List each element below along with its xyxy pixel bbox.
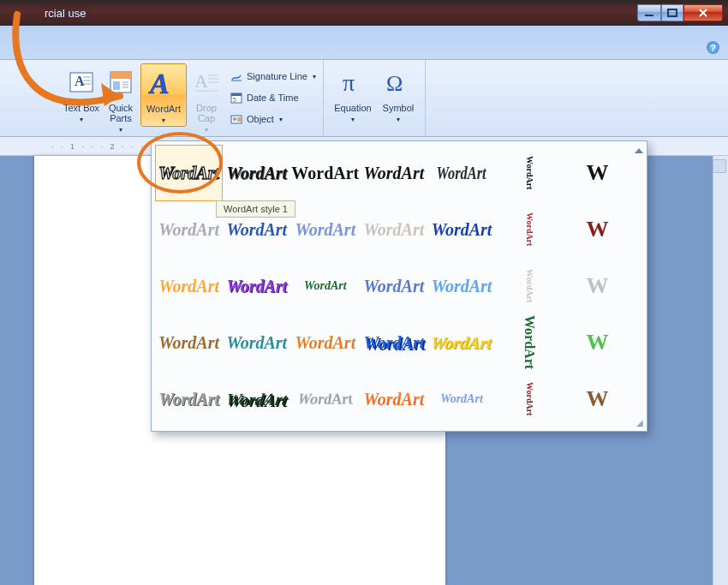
wordart-style-3[interactable]: WordArt xyxy=(290,145,360,201)
help-icon[interactable]: ? xyxy=(707,41,719,54)
gallery-resize-handle[interactable]: ◢ xyxy=(636,418,643,427)
quick-parts-icon xyxy=(104,65,138,99)
svg-point-24 xyxy=(233,117,236,121)
date-time-icon: 5 xyxy=(230,92,243,104)
svg-text:A: A xyxy=(194,70,208,92)
date-time-label: Date & Time xyxy=(247,93,299,103)
drop-cap-button[interactable]: A Drop Cap▾ xyxy=(187,63,226,135)
ribbon-text-small-items: Signature Line ▾ 5 Date & Time Object ▾ xyxy=(226,63,318,128)
dropdown-caret: ▾ xyxy=(313,73,316,81)
equation-icon: π xyxy=(336,65,370,99)
wordart-style-21[interactable]: W xyxy=(564,258,631,314)
wordart-style-19[interactable]: WordArt xyxy=(427,258,495,314)
svg-rect-1 xyxy=(668,9,677,16)
svg-text:5: 5 xyxy=(233,97,236,103)
svg-rect-8 xyxy=(110,72,131,79)
wordart-style-20[interactable]: WordArt xyxy=(496,258,564,314)
svg-text:A: A xyxy=(148,68,170,99)
svg-rect-0 xyxy=(645,15,653,16)
wordart-style-11[interactable]: WordArt xyxy=(360,201,427,258)
dropdown-caret: ▾ xyxy=(205,126,208,134)
wordart-style-30[interactable]: WordArt xyxy=(218,371,295,427)
signature-line-button[interactable]: Signature Line ▾ xyxy=(230,67,316,86)
wordart-style-25[interactable]: WordArt xyxy=(360,314,427,371)
text-box-label: Text Box xyxy=(63,103,99,113)
wordart-gallery-grid: WordArt WordArt WordArt WordArt WordArt … xyxy=(155,145,643,427)
object-icon xyxy=(230,113,243,125)
wordart-style-24[interactable]: WordArt xyxy=(290,314,360,371)
window-titlebar: rcial use xyxy=(0,0,728,26)
minimize-button[interactable] xyxy=(637,4,661,21)
wordart-gallery: WordArt WordArt WordArt WordArt WordArt … xyxy=(151,140,647,432)
wordart-style-26[interactable]: WordArt xyxy=(424,314,499,371)
ruler-toggle-button[interactable] xyxy=(713,159,726,173)
wordart-style-13[interactable]: WordArt xyxy=(496,201,564,258)
wordart-style-16[interactable]: WordArt xyxy=(223,258,290,314)
close-button[interactable] xyxy=(683,4,723,21)
wordart-style-34[interactable]: WordArt xyxy=(496,371,564,427)
signature-line-label: Signature Line xyxy=(247,71,307,81)
window-title: rcial use xyxy=(43,7,637,20)
object-button[interactable]: Object ▾ xyxy=(230,110,316,128)
wordart-style-14[interactable]: W xyxy=(564,201,631,258)
wordart-style-31[interactable]: WordArt xyxy=(283,377,368,432)
svg-rect-21 xyxy=(231,93,242,96)
svg-text:Ω: Ω xyxy=(386,71,403,96)
wordart-style-1[interactable]: WordArt xyxy=(155,145,223,201)
wordart-style-33[interactable]: WordArt xyxy=(427,371,495,427)
text-box-icon: A xyxy=(64,65,98,99)
gallery-scrollbar[interactable] xyxy=(633,145,645,414)
signature-icon xyxy=(230,70,243,82)
drop-cap-icon: A xyxy=(189,65,224,99)
wordart-style-6[interactable]: WordArt xyxy=(496,145,564,201)
dropdown-caret: ▾ xyxy=(351,116,355,123)
wordart-style-5[interactable]: WordArt xyxy=(434,145,490,201)
scroll-up-icon xyxy=(635,148,643,153)
symbol-icon: Ω xyxy=(381,65,415,99)
wordart-style-15[interactable]: WordArt xyxy=(155,258,223,314)
wordart-style-10[interactable]: WordArt xyxy=(290,201,360,258)
symbol-label: Symbol xyxy=(383,103,415,113)
equation-label: Equation xyxy=(334,103,371,113)
wordart-icon: A xyxy=(146,66,181,100)
wordart-style-29[interactable]: WordArt xyxy=(155,371,223,427)
wordart-button[interactable]: A WordArt▾ xyxy=(140,63,187,127)
quick-parts-label: Quick Parts xyxy=(109,103,133,123)
svg-rect-9 xyxy=(113,81,120,90)
wordart-label: WordArt xyxy=(146,104,181,114)
ribbon: A Text Box▾ Quick Parts▾ A WordArt▾ A Dr… xyxy=(0,60,728,137)
date-time-button[interactable]: 5 Date & Time xyxy=(230,88,316,107)
wordart-style-4[interactable]: WordArt xyxy=(360,145,427,201)
ribbon-group-text: A Text Box▾ Quick Parts▾ A WordArt▾ A Dr… xyxy=(57,60,324,136)
ribbon-group-symbols: π Equation▾ Ω Symbol▾ xyxy=(324,60,426,136)
wordart-style-8[interactable]: WordArt xyxy=(155,201,223,258)
dropdown-caret: ▾ xyxy=(80,116,83,123)
vertical-scrollbar[interactable] xyxy=(713,156,728,585)
wordart-style-32[interactable]: WordArt xyxy=(360,371,427,427)
wordart-style-27[interactable]: WordArt xyxy=(496,314,564,371)
drop-cap-label: Drop Cap xyxy=(196,103,217,123)
svg-text:π: π xyxy=(343,69,355,96)
dropdown-caret: ▾ xyxy=(279,116,283,123)
object-label: Object xyxy=(247,114,274,124)
wordart-style-tooltip: WordArt style 1 xyxy=(216,200,295,218)
wordart-style-28[interactable]: W xyxy=(564,314,631,371)
wordart-style-23[interactable]: WordArt xyxy=(223,314,290,371)
ribbon-header: ? xyxy=(0,26,728,60)
svg-rect-25 xyxy=(237,117,241,122)
quick-parts-button[interactable]: Quick Parts▾ xyxy=(101,63,140,135)
window-controls xyxy=(637,4,723,21)
dropdown-caret: ▾ xyxy=(119,126,122,134)
maximize-button[interactable] xyxy=(661,4,683,21)
equation-button[interactable]: π Equation▾ xyxy=(329,63,377,125)
text-box-button[interactable]: A Text Box▾ xyxy=(62,63,101,125)
dropdown-caret: ▾ xyxy=(162,116,165,124)
wordart-style-22[interactable]: WordArt xyxy=(155,314,223,371)
wordart-style-35[interactable]: W xyxy=(564,371,631,427)
symbol-button[interactable]: Ω Symbol▾ xyxy=(377,63,420,125)
wordart-style-18[interactable]: WordArt xyxy=(360,258,427,314)
wordart-style-7[interactable]: W xyxy=(564,145,631,201)
wordart-style-2[interactable]: WordArt xyxy=(223,145,290,201)
wordart-style-17[interactable]: WordArt xyxy=(290,258,360,314)
wordart-style-12[interactable]: WordArt xyxy=(427,201,495,258)
